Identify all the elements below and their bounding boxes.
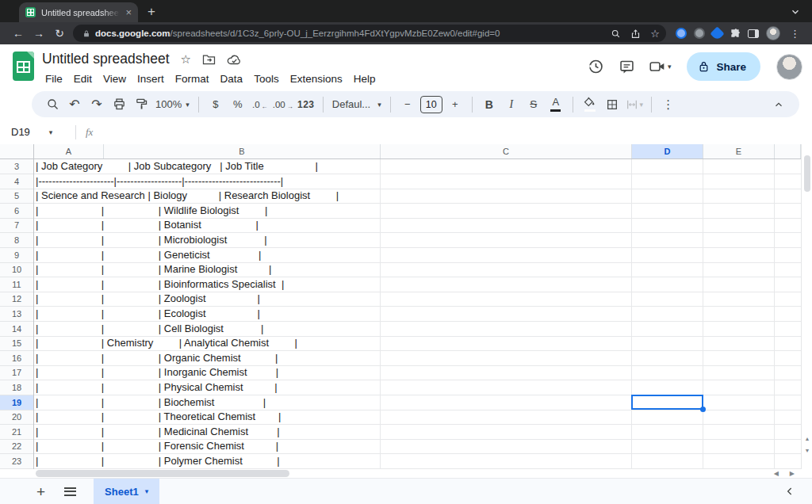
- puzzle-extensions-icon[interactable]: [730, 28, 741, 39]
- grid-row-17[interactable]: | | | Inorganic Chemist |: [34, 365, 801, 380]
- grid-row-22[interactable]: | | | Forensic Chemist |: [34, 439, 801, 454]
- row-header-13[interactable]: 13: [0, 307, 33, 322]
- grid-row-20[interactable]: | | | Theoretical Chemist |: [34, 410, 801, 425]
- version-history-icon[interactable]: [585, 56, 606, 77]
- extension-icon[interactable]: [694, 28, 705, 39]
- vertical-scrollbar[interactable]: ▲ ▼: [801, 144, 812, 469]
- grid-row-5[interactable]: | Science and Research | Biology | Resea…: [34, 189, 801, 204]
- horizontal-scrollbar[interactable]: ◀ ▶: [0, 469, 812, 478]
- name-box[interactable]: D19 ▾: [0, 126, 75, 138]
- add-sheet-button[interactable]: +: [36, 484, 45, 499]
- meet-controls[interactable]: ▾: [649, 59, 672, 74]
- row-header-6[interactable]: 6: [0, 204, 33, 219]
- grid-row-9[interactable]: | | | Geneticist |: [34, 248, 801, 263]
- row-header-11[interactable]: 11: [0, 277, 33, 292]
- italic-button[interactable]: I: [502, 95, 521, 114]
- row-header-19[interactable]: 19: [0, 395, 33, 410]
- move-to-folder-icon[interactable]: [202, 54, 216, 65]
- number-format-button[interactable]: 123: [297, 95, 316, 114]
- grid-row-18[interactable]: | | | Physical Chemist |: [34, 380, 801, 395]
- browser-profile-avatar[interactable]: [766, 26, 780, 40]
- new-tab-button[interactable]: +: [147, 4, 155, 20]
- menu-extensions[interactable]: Extensions: [285, 71, 348, 87]
- grid-row-3[interactable]: | Job Category | Job Subcategory | Job T…: [34, 159, 801, 174]
- sheets-logo-icon[interactable]: [13, 52, 34, 81]
- grid-row-4[interactable]: |----------------------|----------------…: [34, 174, 801, 189]
- grid-row-15[interactable]: | | Chemistry | Analytical Chemist |: [34, 336, 801, 351]
- column-header-partial[interactable]: [775, 144, 801, 158]
- menu-help[interactable]: Help: [348, 71, 381, 87]
- formula-input[interactable]: [93, 120, 812, 144]
- fill-color-button[interactable]: [580, 95, 599, 114]
- row-header-8[interactable]: 8: [0, 233, 33, 248]
- lock-icon[interactable]: [82, 29, 90, 38]
- increase-decimal-button[interactable]: .00→: [273, 95, 293, 114]
- print-button[interactable]: [109, 95, 128, 114]
- back-button[interactable]: ←: [8, 27, 29, 40]
- scroll-up-icon[interactable]: ▲: [802, 433, 812, 445]
- bold-button[interactable]: B: [480, 95, 499, 114]
- vertical-scrollbar-thumb[interactable]: [804, 155, 810, 192]
- row-header-15[interactable]: 15: [0, 336, 33, 351]
- tab-close-icon[interactable]: ×: [125, 7, 132, 17]
- zoom-select[interactable]: 100% ▾: [154, 95, 191, 114]
- grid-row-16[interactable]: | | | Organic Chemist |: [34, 351, 801, 366]
- grid-body[interactable]: | Job Category | Job Subcategory | Job T…: [34, 159, 801, 469]
- menu-data[interactable]: Data: [215, 71, 249, 87]
- comments-icon[interactable]: [617, 56, 638, 77]
- search-menus-icon[interactable]: [43, 95, 62, 114]
- grid-row-7[interactable]: | | | Botanist |: [34, 218, 801, 233]
- format-percent-button[interactable]: %: [228, 95, 247, 114]
- row-header-17[interactable]: 17: [0, 365, 33, 380]
- all-sheets-icon[interactable]: [64, 487, 76, 496]
- grid-row-11[interactable]: | | | Bioinformatics Specialist |: [34, 277, 801, 292]
- browser-menu-icon[interactable]: ⋮: [790, 28, 800, 40]
- bookmark-star-icon[interactable]: ☆: [650, 28, 660, 40]
- row-header-3[interactable]: 3: [0, 159, 33, 174]
- extension-icon[interactable]: [710, 26, 724, 40]
- decrease-font-size-button[interactable]: −: [398, 95, 417, 114]
- column-header-B[interactable]: B: [104, 144, 381, 158]
- column-header-A[interactable]: A: [34, 144, 104, 158]
- browser-tab[interactable]: Untitled spreadsheet - Google ×: [19, 2, 138, 22]
- borders-button[interactable]: [603, 95, 622, 114]
- share-button[interactable]: Share: [687, 52, 760, 81]
- row-header-23[interactable]: 23: [0, 454, 33, 469]
- row-header-12[interactable]: 12: [0, 292, 33, 307]
- side-panel-icon[interactable]: [748, 29, 759, 38]
- format-currency-button[interactable]: $: [206, 95, 225, 114]
- grid-row-8[interactable]: | | | Microbiologist |: [34, 233, 801, 248]
- row-header-7[interactable]: 7: [0, 218, 33, 233]
- toolbar-more-icon[interactable]: ⋮: [659, 95, 678, 114]
- row-header-5[interactable]: 5: [0, 189, 33, 204]
- row-header-18[interactable]: 18: [0, 380, 33, 395]
- font-select[interactable]: Defaul... ▾: [331, 95, 383, 114]
- increase-font-size-button[interactable]: +: [446, 95, 465, 114]
- horizontal-scrollbar-thumb[interactable]: [36, 470, 289, 477]
- menu-insert[interactable]: Insert: [132, 71, 170, 87]
- column-header-E[interactable]: E: [703, 144, 775, 158]
- grid-row-10[interactable]: | | | Marine Biologist |: [34, 262, 801, 277]
- extension-icon[interactable]: [676, 28, 687, 39]
- row-header-20[interactable]: 20: [0, 410, 33, 425]
- row-header-4[interactable]: 4: [0, 174, 33, 189]
- reload-button[interactable]: ↻: [49, 27, 70, 40]
- undo-button[interactable]: ↶: [65, 95, 84, 114]
- row-header-14[interactable]: 14: [0, 322, 33, 337]
- star-document-icon[interactable]: ☆: [181, 53, 191, 65]
- tab-search-chevron-icon[interactable]: [790, 6, 801, 17]
- grid-row-12[interactable]: | | | Zoologist |: [34, 292, 801, 307]
- share-page-icon[interactable]: [630, 29, 641, 39]
- paint-format-button[interactable]: [132, 95, 151, 114]
- redo-button[interactable]: ↷: [87, 95, 106, 114]
- scroll-down-icon[interactable]: ▼: [802, 445, 812, 456]
- merge-cells-button[interactable]: ▾: [625, 95, 644, 114]
- selected-cell-D19[interactable]: [631, 395, 703, 410]
- account-avatar[interactable]: [776, 54, 802, 80]
- menu-tools[interactable]: Tools: [248, 71, 285, 87]
- font-size-input[interactable]: 10: [420, 96, 442, 113]
- collapse-toolbar-icon[interactable]: [769, 95, 788, 114]
- menu-view[interactable]: View: [98, 71, 132, 87]
- cloud-save-status-icon[interactable]: [227, 54, 242, 65]
- grid-row-13[interactable]: | | | Ecologist |: [34, 307, 801, 322]
